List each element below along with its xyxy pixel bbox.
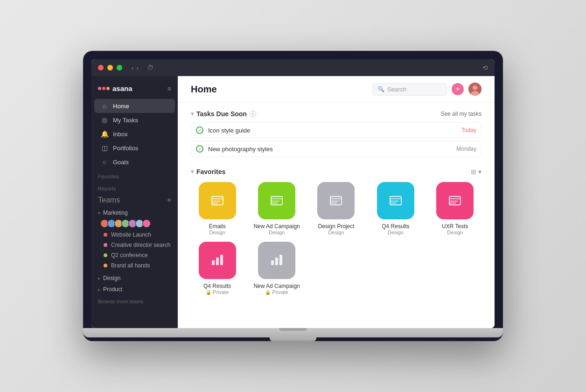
fav-icon-box-design-project	[317, 182, 355, 219]
briefcase-icon: ◫	[101, 144, 108, 152]
fav-card-subtitle-uxr-tests: Design	[447, 230, 463, 235]
task-check-0[interactable]: ✓	[196, 126, 203, 134]
fav-card-title-q4-private: Q4 Results	[203, 283, 231, 289]
svg-rect-19	[449, 196, 460, 205]
fav-card-title-new-ad-private: New Ad Campaign	[253, 283, 300, 289]
teams-header: Teams +	[91, 193, 178, 207]
project-q2-conference[interactable]: Q2 conference	[91, 250, 178, 260]
fav-card-subtitle-emails: Design	[209, 230, 225, 235]
sidebar-item-goals[interactable]: ○ Goals	[94, 155, 175, 169]
add-button[interactable]: +	[452, 83, 464, 95]
close-button[interactable]	[98, 65, 104, 70]
tasks-section-header: ▾ Tasks Due Soon i See all my tasks	[191, 110, 481, 118]
favorites-grid-row2: Q4 Results 🔒 Private	[191, 242, 481, 295]
sidebar-goals-label: Goals	[113, 159, 129, 166]
browse-teams-link[interactable]: Browse more teams	[91, 295, 178, 308]
project-brand-all-hands[interactable]: Brand all hands	[91, 260, 178, 271]
fav-icon-box-q4-private	[199, 242, 236, 279]
svg-rect-23	[212, 260, 215, 265]
task-name-0: Icon style guide	[208, 127, 250, 134]
search-box[interactable]: 🔍 Search	[372, 83, 447, 96]
person-icon: ○	[101, 158, 108, 166]
task-item-0: ✓ Icon style guide Today	[191, 122, 481, 138]
nav-arrows: ‹ ›	[132, 64, 139, 71]
search-placeholder: Search	[387, 86, 406, 93]
project-dot-1	[104, 233, 107, 237]
svg-rect-26	[271, 260, 274, 265]
forward-arrow[interactable]: ›	[136, 64, 138, 71]
maximize-button[interactable]	[117, 65, 122, 70]
page-title: Home	[191, 84, 217, 95]
project-name-1: Website Launch	[111, 231, 151, 238]
project-name-2: Creative director search	[111, 242, 170, 248]
tasks-info-icon[interactable]: i	[250, 111, 256, 117]
fav-section-collapse-icon[interactable]: ▾	[191, 168, 194, 175]
fav-card-title-new-ad: New Ad Campaign	[253, 223, 300, 230]
asana-dot-2	[102, 87, 105, 90]
sidebar-toggle[interactable]: ≡	[167, 85, 171, 92]
fav-card-title-emails: Emails	[209, 223, 226, 230]
user-avatar[interactable]	[468, 83, 481, 96]
fav-card-title-design-project: Design Project	[318, 223, 354, 230]
tasks-section-title-row: ▾ Tasks Due Soon i	[191, 110, 256, 118]
sidebar-item-portfolios[interactable]: ◫ Portfolios	[94, 141, 175, 155]
svg-rect-27	[275, 258, 278, 265]
fav-icon-box-new-ad-private	[258, 242, 295, 279]
clock-icon: ⏱	[147, 64, 153, 71]
back-arrow[interactable]: ‹	[132, 64, 133, 71]
svg-rect-28	[279, 255, 282, 265]
task-name-1: New photography styles	[208, 146, 273, 153]
fav-card-q4-results[interactable]: Q4 Results Design	[369, 182, 422, 235]
grid-icon[interactable]: ⊞ ▾	[471, 168, 481, 175]
sidebar: asana ≡ ⌂ Home ◎ My Tasks 🔔 Inbox	[91, 76, 178, 328]
fav-icon-box-emails	[199, 182, 236, 219]
see-all-tasks-link[interactable]: See all my tasks	[441, 111, 481, 117]
fav-card-private-1: 🔒 Private	[265, 289, 288, 295]
fav-icon-box-new-ad	[258, 182, 295, 219]
task-item-1: ✓ New photography styles Monday	[191, 141, 481, 157]
sidebar-home-label: Home	[113, 103, 129, 110]
team-marketing: ▾ Marketing Website Launch	[91, 207, 178, 271]
main-body: ▾ Tasks Due Soon i See all my tasks ✓ Ic…	[178, 103, 495, 314]
tasks-section-collapse-icon[interactable]: ▾	[191, 111, 194, 117]
favorites-section-label: Favorites	[91, 169, 178, 181]
asana-dot-3	[106, 87, 110, 90]
sidebar-inbox-label: Inbox	[113, 131, 128, 138]
sidebar-my-tasks-label: My Tasks	[113, 117, 138, 124]
task-check-1[interactable]: ✓	[196, 145, 203, 153]
fav-card-private-0: 🔒 Private	[206, 289, 229, 295]
fav-card-design-project[interactable]: Design Project Design	[310, 182, 363, 235]
team-marketing-header[interactable]: ▾ Marketing	[91, 207, 178, 218]
fav-card-new-ad-private[interactable]: New Ad Campaign 🔒 Private	[250, 242, 303, 295]
fav-card-title-q4-results: Q4 Results	[382, 223, 409, 230]
favorites-grid-row1: Emails Design	[191, 182, 481, 235]
svg-rect-11	[330, 196, 342, 205]
project-creative-director[interactable]: Creative director search	[91, 240, 178, 250]
sidebar-item-my-tasks[interactable]: ◎ My Tasks	[94, 113, 175, 127]
team-design-name: Design	[103, 275, 120, 281]
task-due-0: Today	[461, 127, 476, 133]
add-team-button[interactable]: +	[167, 196, 171, 204]
lock-icon-1: 🔒	[265, 290, 271, 295]
chevron-right-icon-product: ▸	[98, 287, 100, 292]
tasks-due-soon-section: ▾ Tasks Due Soon i See all my tasks ✓ Ic…	[191, 110, 481, 157]
search-icon: 🔍	[377, 86, 384, 92]
project-website-launch[interactable]: Website Launch	[91, 230, 178, 240]
fav-card-new-ad[interactable]: New Ad Campaign Design	[250, 182, 303, 235]
sidebar-item-inbox[interactable]: 🔔 Inbox	[94, 127, 175, 141]
fav-card-uxr-tests[interactable]: UXR Tests Design	[429, 182, 481, 235]
fav-card-q4-results-private[interactable]: Q4 Results 🔒 Private	[191, 242, 244, 295]
chevron-right-icon-design: ▸	[98, 276, 100, 281]
team-product-header[interactable]: ▸ Product	[91, 284, 178, 295]
favorites-header: ▾ Favorites ⊞ ▾	[191, 168, 481, 175]
team-design-header[interactable]: ▸ Design	[91, 273, 178, 284]
fav-icon-box-q4-results	[377, 182, 414, 219]
teams-label: Teams	[98, 196, 120, 204]
task-due-1: Monday	[456, 146, 476, 152]
home-icon: ⌂	[101, 102, 108, 110]
fav-actions: ⊞ ▾	[471, 168, 481, 175]
fav-card-emails[interactable]: Emails Design	[191, 182, 244, 235]
team-marketing-name: Marketing	[103, 210, 128, 216]
sidebar-item-home[interactable]: ⌂ Home	[94, 99, 175, 113]
minimize-button[interactable]	[107, 65, 113, 70]
